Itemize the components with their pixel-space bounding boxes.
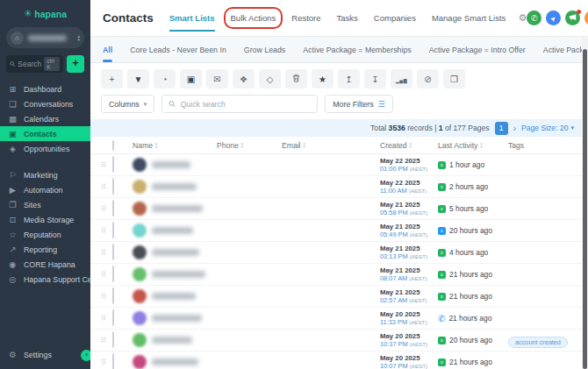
export-button[interactable]: ↧ — [364, 69, 386, 89]
column-header-created[interactable]: Created — [380, 141, 407, 150]
table-row[interactable]: ⠿ May 21 2025 03:13 PM (AEST) ≡ 4 hours … — [90, 242, 588, 264]
page-number-button[interactable]: 1 — [495, 122, 508, 135]
row-checkbox[interactable] — [112, 222, 114, 238]
bell-button[interactable] — [584, 11, 588, 25]
quick-add-button[interactable]: + — [67, 55, 84, 73]
drag-handle-icon[interactable]: ⠿ — [101, 358, 112, 366]
drag-handle-icon[interactable]: ⠿ — [101, 183, 112, 191]
table-row[interactable]: ⠿ May 21 2025 02:57 AM (AEST) ≡ 21 hours… — [90, 286, 588, 308]
drag-handle-icon[interactable]: ⠿ — [101, 205, 112, 213]
duplicate-button[interactable]: ❐ — [443, 69, 465, 89]
sort-icon[interactable]: ▴▾ — [410, 142, 412, 148]
header-tab-manage-smart-lists[interactable]: Manage Smart Lists — [432, 8, 506, 28]
row-checkbox[interactable] — [112, 156, 114, 173]
table-row[interactable]: ⠿ May 21 2025 05:58 PM (AEST) ≡ 5 hours … — [90, 198, 588, 220]
drag-handle-icon[interactable]: ⠿ — [101, 271, 112, 279]
pie-button[interactable]: ◔ — [154, 69, 176, 89]
column-header-email[interactable]: Email — [282, 141, 301, 150]
filter-tab-all[interactable]: All — [103, 38, 112, 62]
column-header-name[interactable]: Name — [133, 141, 153, 150]
announcement-button[interactable] — [565, 11, 580, 25]
row-checkbox[interactable] — [112, 178, 114, 195]
add-contact-button[interactable]: + — [101, 69, 123, 89]
sidebar-search-input[interactable]: Search ctrl K — [6, 55, 63, 73]
header-tab-smart-lists[interactable]: Smart Lists — [169, 8, 215, 28]
add-tag-button[interactable]: ❖ — [233, 69, 255, 89]
table-header: Name▴▾ Phone▴▾ Email▴▾ Created▴▾ Last Ac… — [90, 137, 588, 154]
table-row[interactable]: ⠿ May 22 2025 01:00 PM (AEST) ≡ 1 hour a… — [90, 154, 588, 176]
table-row[interactable]: ⠿ May 20 2025 10:37 PM (AEST) ≡ 20 hours… — [90, 330, 588, 351]
remove-tag-button[interactable]: ◇ — [259, 69, 281, 89]
sidebar-item-label: Marketing — [24, 171, 58, 180]
sidebar-item-reporting[interactable]: ↗ Reporting — [0, 242, 90, 257]
columns-button[interactable]: Columns ▾ — [101, 95, 154, 113]
drag-handle-icon[interactable]: ⠿ — [101, 249, 112, 257]
sidebar-item-opportunities[interactable]: ◈ Opportunities — [0, 141, 90, 156]
table-row[interactable]: ⠿ May 21 2025 08:07 AM (AEST) ≡ 21 hours… — [90, 264, 588, 286]
table-row[interactable]: ⠿ May 21 2025 05:49 PM (AEST) ≡ 20 hours… — [90, 220, 588, 242]
message-button[interactable]: ▣ — [180, 69, 202, 89]
filter-tab-core-leads-never-been-in[interactable]: Core Leads - Never Been In — [130, 38, 226, 62]
star-button[interactable]: ★ — [312, 69, 333, 89]
filter-button[interactable]: ▼ — [127, 69, 149, 89]
sidebar-item-calendars[interactable]: ▦ Calendars — [0, 111, 90, 126]
sidebar-item-hapana-support-center[interactable]: ◎ Hapana Support Center — [0, 272, 90, 287]
scrollbar-thumb[interactable] — [583, 49, 587, 369]
sidebar-item-reputation[interactable]: ☆ Reputation — [0, 227, 90, 242]
last-activity-cell: ≡ 20 hours ago — [438, 226, 508, 235]
column-header-last-activity[interactable]: Last Activity — [438, 141, 477, 150]
sort-icon[interactable]: ▴▾ — [480, 142, 482, 148]
sidebar-item-marketing[interactable]: ⚐ Marketing — [0, 167, 90, 182]
vertical-scrollbar[interactable] — [582, 38, 588, 369]
sidebar-item-contacts[interactable]: ▣ Contacts — [0, 126, 90, 141]
drag-handle-icon[interactable]: ⠿ — [101, 161, 112, 169]
email-button[interactable]: ✉ — [206, 69, 228, 89]
select-all-checkbox[interactable] — [112, 140, 114, 151]
last-activity-cell: ≡ 4 hours ago — [438, 248, 508, 257]
more-filters-button[interactable]: More Filters ☰ — [325, 95, 393, 113]
header-tab-companies[interactable]: Companies — [374, 8, 416, 28]
filter-tab-active-package-memberships[interactable]: Active Package = Memberships — [303, 38, 411, 62]
table-row[interactable]: ⠿ May 20 2025 10:07 PM (AEST) ≡ 21 hours… — [90, 351, 588, 369]
sidebar-item-automation[interactable]: ▶ Automation — [0, 182, 90, 197]
row-checkbox[interactable] — [112, 200, 114, 216]
sidebar-item-sites[interactable]: ❐ Sites — [0, 197, 90, 212]
sidebar-item-conversations[interactable]: ❏ Conversations — [0, 96, 90, 111]
delete-button[interactable] — [285, 69, 307, 89]
column-header-phone[interactable]: Phone — [217, 141, 239, 150]
sort-icon[interactable]: ▴▾ — [304, 142, 305, 148]
row-checkbox[interactable] — [112, 287, 114, 304]
next-page-button[interactable]: › — [513, 124, 516, 133]
drag-handle-icon[interactable]: ⠿ — [101, 315, 112, 323]
table-row[interactable]: ⠿ May 22 2025 11:00 AM (AEST) ≡ 2 hours … — [90, 176, 588, 198]
drag-handle-icon[interactable]: ⠿ — [101, 293, 112, 301]
sidebar-item-media-storage[interactable]: ⊡ Media Storage — [0, 212, 90, 227]
row-checkbox[interactable] — [112, 331, 114, 348]
page-size-dropdown[interactable]: Page Size: 20 ▾ — [521, 124, 574, 132]
rocket-button[interactable]: ➤ — [546, 11, 561, 25]
tabs-gear-icon[interactable]: ⚙ — [518, 12, 527, 24]
filter-tab-grow-leads[interactable]: Grow Leads — [244, 38, 285, 62]
table-row[interactable]: ⠿ May 20 2025 11:33 PM (AEST) ✆ 21 hours… — [90, 308, 588, 330]
row-checkbox[interactable] — [112, 244, 114, 260]
quick-search-input[interactable] — [181, 100, 312, 109]
sidebar-item-core-hapana[interactable]: ◉ CORE Hapana — [0, 257, 90, 272]
header-tab-restore[interactable]: Restore — [291, 8, 320, 28]
sort-icon[interactable]: ▴▾ — [241, 142, 243, 148]
location-selector[interactable]: ⌂ ▴▾ — [6, 27, 84, 48]
filter-tab-active-package-intro-offer[interactable]: Active Package = Intro Offer — [429, 38, 526, 62]
block-button[interactable]: ⊘ — [417, 69, 439, 89]
sort-icon[interactable]: ▴▾ — [155, 142, 157, 148]
row-checkbox[interactable] — [112, 353, 114, 369]
drag-handle-icon[interactable]: ⠿ — [101, 227, 112, 235]
header-tab-tasks[interactable]: Tasks — [337, 8, 358, 28]
header-tab-bulk-actions[interactable]: Bulk Actions — [231, 8, 276, 28]
sidebar-item-dashboard[interactable]: ⊞ Dashboard — [0, 82, 90, 96]
row-checkbox[interactable] — [112, 266, 114, 282]
phone-button[interactable]: ✆ — [527, 11, 541, 25]
chart-button[interactable]: ▂▅▇ — [391, 69, 412, 89]
sidebar-item-settings[interactable]: ⚙ Settings — [0, 347, 90, 362]
import-button[interactable]: ↥ — [338, 69, 360, 89]
drag-handle-icon[interactable]: ⠿ — [101, 337, 112, 344]
row-checkbox[interactable] — [112, 309, 114, 326]
